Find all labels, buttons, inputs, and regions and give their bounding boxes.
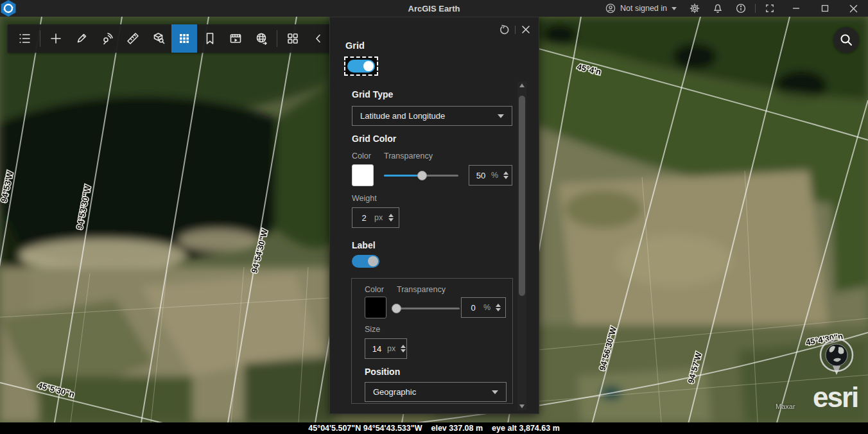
- sign-in-menu[interactable]: Not signed in: [599, 0, 683, 17]
- titlebar-divider: [755, 4, 756, 13]
- toolbar-collapse[interactable]: [306, 24, 331, 53]
- close-icon: [521, 25, 530, 34]
- grid-transparency-slider[interactable]: [384, 169, 458, 181]
- maximize-button[interactable]: [810, 0, 839, 17]
- close-panel-button[interactable]: [520, 24, 532, 35]
- label-transparency-slider[interactable]: [393, 302, 460, 314]
- grid-color-heading: Grid Color: [352, 134, 396, 144]
- notifications-button[interactable]: [706, 0, 729, 17]
- search-icon: [839, 33, 853, 47]
- label-transparency-spinner[interactable]: 0 %: [461, 297, 506, 318]
- scroll-up-button[interactable]: [517, 82, 526, 89]
- grid-transparency-value: 50: [474, 171, 487, 180]
- title-bar: ArcGIS Earth Not signed in: [0, 0, 868, 17]
- panel-header-divider: [515, 26, 516, 34]
- toolbar-add-data[interactable]: [43, 24, 69, 53]
- minimize-button[interactable]: [781, 0, 810, 17]
- spin-down-icon[interactable]: [388, 218, 394, 221]
- spin-up-icon[interactable]: [496, 304, 501, 307]
- grid-color-swatch[interactable]: [352, 164, 374, 186]
- panel-scrollbar[interactable]: [517, 82, 526, 410]
- slider-thumb[interactable]: [417, 171, 427, 180]
- settings-button[interactable]: [683, 0, 706, 17]
- spin-down-icon[interactable]: [401, 349, 406, 352]
- reset-button[interactable]: [498, 24, 510, 35]
- gear-icon: [690, 3, 700, 13]
- grid-transparency-spinner[interactable]: 50 %: [469, 165, 512, 186]
- toolbar-table-of-contents[interactable]: [12, 24, 37, 53]
- add-icon: [49, 31, 63, 46]
- grid-icon: [177, 31, 191, 46]
- toolbar-animation[interactable]: [223, 24, 248, 53]
- toolbar-divider: [40, 30, 40, 47]
- map-viewport[interactable]: 94°53'W94°53'30"W94°54'30"W94°56'30"W94°…: [0, 17, 868, 422]
- grid-type-value: Latitude and Longitude: [360, 111, 445, 121]
- size-label: Size: [365, 325, 380, 334]
- toolbar-track[interactable]: [94, 24, 120, 53]
- esri-logo: esri: [813, 381, 858, 413]
- maximize-icon: [821, 4, 829, 12]
- slider-thumb[interactable]: [392, 304, 401, 313]
- map-toolbar: [8, 24, 335, 53]
- fullscreen-icon: [765, 4, 774, 13]
- search-button[interactable]: [833, 27, 859, 53]
- size-spinner[interactable]: 14 px: [365, 338, 407, 359]
- chevron-down-icon: [672, 7, 677, 10]
- toolbar-apps[interactable]: [280, 24, 306, 53]
- spinner-arrows[interactable]: [498, 171, 508, 179]
- compass-navigator[interactable]: [817, 336, 856, 384]
- chevron-down-icon: [498, 114, 504, 118]
- reset-icon: [499, 24, 510, 35]
- grid-color-label: Color: [352, 152, 371, 161]
- about-button[interactable]: [729, 0, 752, 17]
- minimize-icon: [792, 4, 800, 12]
- label-transparency-unit: %: [483, 303, 490, 312]
- label-toggle[interactable]: [352, 255, 379, 268]
- spin-up-icon[interactable]: [388, 214, 394, 217]
- toolbar-measure[interactable]: [120, 24, 146, 53]
- spinner-arrows[interactable]: [395, 345, 406, 352]
- toolbar-basemap[interactable]: [248, 24, 274, 53]
- globe-logo-glyph: [3, 3, 14, 14]
- bell-icon: [713, 3, 723, 13]
- fullscreen-button[interactable]: [758, 0, 781, 17]
- position-select[interactable]: Geographic: [365, 382, 507, 402]
- spinner-arrows[interactable]: [490, 304, 501, 311]
- toolbar-draw[interactable]: [69, 24, 94, 53]
- spin-down-icon[interactable]: [503, 176, 508, 179]
- spin-up-icon[interactable]: [401, 345, 406, 348]
- spin-up-icon[interactable]: [503, 171, 508, 175]
- weight-label: Weight: [352, 194, 377, 203]
- elevation-readout: elev 337.08 m: [431, 424, 483, 433]
- position-heading: Position: [365, 367, 400, 377]
- close-window-button[interactable]: [839, 0, 868, 17]
- sign-in-label: Not signed in: [620, 4, 667, 13]
- spinner-arrows[interactable]: [383, 214, 394, 221]
- scroll-down-button[interactable]: [517, 403, 526, 410]
- bookmark-icon: [203, 31, 217, 46]
- toolbar-analysis[interactable]: [146, 24, 171, 53]
- weight-spinner[interactable]: 2 px: [352, 207, 399, 228]
- grid-toggle-focus-ring: [344, 56, 378, 76]
- grid-type-select[interactable]: Latitude and Longitude: [352, 106, 512, 126]
- chevron-left-icon: [311, 31, 326, 46]
- slider-track: [393, 308, 460, 309]
- toggle-knob: [368, 256, 378, 266]
- scrollbar-thumb[interactable]: [519, 96, 525, 296]
- weight-unit: px: [374, 213, 383, 222]
- map-attribution: Maxar: [776, 403, 795, 410]
- cube-search-icon: [152, 31, 166, 46]
- compass-icon: [817, 336, 856, 384]
- toolbar-bookmarks[interactable]: [197, 24, 223, 53]
- label-color-swatch[interactable]: [365, 297, 386, 318]
- toolbar-grid[interactable]: [171, 24, 197, 53]
- label-settings-group: Color Transparency 0 % Size 14 px: [351, 278, 513, 404]
- toggle-knob: [363, 61, 374, 71]
- grid-toggle[interactable]: [347, 60, 375, 73]
- label-transparency-value: 0: [467, 303, 480, 313]
- spin-down-icon[interactable]: [496, 308, 501, 311]
- pencil-icon: [74, 31, 89, 46]
- table-of-contents-icon: [17, 31, 31, 46]
- satellite-dish-icon: [100, 31, 114, 46]
- eye-altitude-readout: eye alt 3,874.63 m: [492, 424, 560, 433]
